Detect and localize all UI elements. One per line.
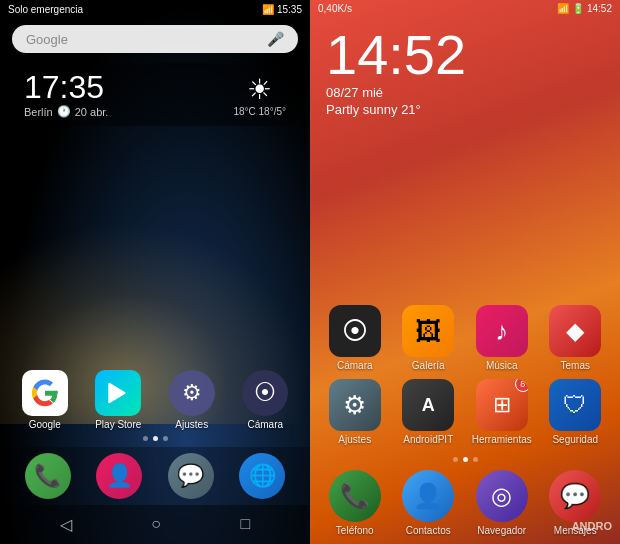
app-playstore[interactable]: Play Store [89,370,147,430]
right-app-androidpit[interactable]: A AndroidPIT [396,379,462,445]
left-clock-icon: 🕐 [57,105,71,118]
app-ajustes-left[interactable]: ⚙ Ajustes [163,370,221,430]
right-sms-icon: 💬 [549,470,601,522]
right-clock-date: 08/27 mié [326,85,604,100]
google-label: Google [29,419,61,430]
right-clock-time: 14:52 [326,27,604,83]
left-status-right: 📶 15:35 [262,4,302,15]
left-nav-bar: ◁ ○ □ [0,505,310,544]
right-dot-3 [473,457,478,462]
right-contactos-label: Contactos [406,525,451,536]
right-dot-2 [463,457,468,462]
right-dot-1 [453,457,458,462]
right-status-right: 📶 🔋 14:52 [557,3,612,14]
right-app-musica[interactable]: ♪ Música [469,305,535,371]
left-status-bar: Solo emergencia 📶 15:35 [0,0,310,19]
right-androidpit-icon: A [402,379,454,431]
right-signal-icon: 📶 [557,3,569,14]
left-weather-temp: 18°C 18°/5° [233,106,286,117]
playstore-label: Play Store [95,419,141,430]
right-app-seguridad[interactable]: 🛡 Seguridad [543,379,609,445]
left-date: 20 abr. [75,106,109,118]
camera-left-icon: ⦿ [242,370,288,416]
left-dot-2 [153,436,158,441]
right-camera-icon: ⦿ [329,305,381,357]
google-icon [22,370,68,416]
browser-left-icon: 🌐 [239,453,285,499]
left-phone: Solo emergencia 📶 15:35 Google 🎤 17:35 B… [0,0,310,544]
left-dot-3 [163,436,168,441]
watermark: ANDRO [572,520,612,532]
right-galeria-label: Galería [412,360,445,371]
app-google[interactable]: Google [16,370,74,430]
left-time: 15:35 [277,4,302,15]
left-clock-widget: 17:35 Berlín 🕐 20 abr. ☀ 18°C 18°/5° [12,63,298,126]
right-status-left: 0,40K/s [318,3,352,14]
right-seguridad-label: Seguridad [552,434,598,445]
left-clock-date: Berlín 🕐 20 abr. [24,105,108,118]
left-dock: 📞 👤 💬 🌐 [0,447,310,505]
left-mic-icon[interactable]: 🎤 [267,31,284,47]
settings-left-icon: ⚙ [169,370,215,416]
home-button[interactable]: ○ [141,513,171,536]
left-clock-time: 17:35 [24,71,108,103]
right-themes-icon: ◆ [549,305,601,357]
right-tools-icon: ⊞ 8 [476,379,528,431]
right-app-camara[interactable]: ⦿ Cámara [322,305,388,371]
recent-button[interactable]: □ [231,513,261,536]
right-status-bar: 0,40K/s 📶 🔋 14:52 [310,0,620,17]
right-page-dots [310,457,620,462]
right-security-icon: 🛡 [549,379,601,431]
messages-left-icon: 💬 [168,453,214,499]
dock-browser[interactable]: 🌐 [233,453,291,499]
dock-messages[interactable]: 💬 [162,453,220,499]
right-app-herramientas[interactable]: ⊞ 8 Herramientas [469,379,535,445]
right-app-ajustes[interactable]: ⚙ Ajustes [322,379,388,445]
right-app-temas[interactable]: ◆ Temas [543,305,609,371]
back-button[interactable]: ◁ [50,513,82,536]
right-herramientas-label: Herramientas [472,434,532,445]
right-musica-label: Música [486,360,518,371]
right-navegador-label: Navegador [477,525,526,536]
left-spacer [0,130,310,370]
contacts-left-icon: 👤 [96,453,142,499]
right-browser-icon: ◎ [476,470,528,522]
right-telefono-label: Teléfono [336,525,374,536]
right-music-icon: ♪ [476,305,528,357]
right-temas-label: Temas [561,360,590,371]
left-search-text: Google [26,32,68,47]
camara-left-label: Cámara [247,419,283,430]
right-time: 14:52 [587,3,612,14]
dock-phone[interactable]: 📞 [19,453,77,499]
right-app-row2: ⚙ Ajustes A AndroidPIT ⊞ 8 Herramientas … [310,379,620,453]
left-city: Berlín [24,106,53,118]
tools-badge: 8 [515,379,528,392]
left-status-left: Solo emergencia [8,4,83,15]
left-search-bar[interactable]: Google 🎤 [12,25,298,53]
left-dot-1 [143,436,148,441]
right-camara-label: Cámara [337,360,373,371]
left-weather: ☀ 18°C 18°/5° [233,73,286,117]
right-settings-icon: ⚙ [329,379,381,431]
left-page-dots [0,436,310,441]
playstore-icon [95,370,141,416]
right-app-galeria[interactable]: 🖼 Galería [396,305,462,371]
left-clock-main: 17:35 Berlín 🕐 20 abr. [24,71,108,118]
right-bottom-row: 📞 Teléfono 👤 Contactos ◎ Navegador 💬 Men… [310,466,620,544]
phone-left-icon: 📞 [25,453,71,499]
right-clock-weather: Partly sunny 21° [326,102,604,117]
right-app-telefono[interactable]: 📞 Teléfono [322,470,388,536]
ajustes-left-label: Ajustes [175,419,208,430]
app-camara-left[interactable]: ⦿ Cámara [236,370,294,430]
left-app-grid: Google Play Store ⚙ Ajustes ⦿ Cámara [0,370,310,430]
dock-contacts[interactable]: 👤 [90,453,148,499]
right-gallery-icon: 🖼 [402,305,454,357]
right-androidpit-label: AndroidPIT [403,434,453,445]
right-app-row1: ⦿ Cámara 🖼 Galería ♪ Música ◆ Temas [310,297,620,379]
right-contacts-icon: 👤 [402,470,454,522]
right-phone-icon: 📞 [329,470,381,522]
right-app-contactos[interactable]: 👤 Contactos [396,470,462,536]
right-app-navegador[interactable]: ◎ Navegador [469,470,535,536]
left-weather-icon: ☀ [247,73,272,106]
left-signal-icon: 📶 [262,4,274,15]
